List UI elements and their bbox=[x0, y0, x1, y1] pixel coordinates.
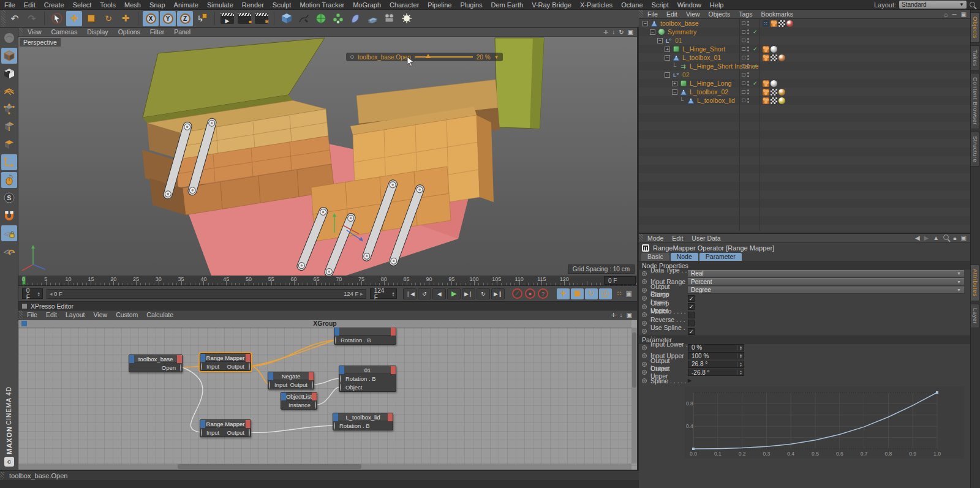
input-port[interactable] bbox=[201, 429, 202, 437]
visibility-toggles[interactable] bbox=[742, 21, 749, 26]
input-port[interactable] bbox=[340, 383, 341, 391]
tree-row-l-toolbox-01[interactable]: − L_toolbox_01 bbox=[639, 53, 970, 62]
visibility-toggles[interactable] bbox=[742, 72, 749, 77]
menu-item-file[interactable]: File bbox=[643, 10, 662, 18]
panel-toggle-icon[interactable]: ▣ bbox=[626, 290, 632, 298]
menu-item-window[interactable]: Window bbox=[673, 1, 706, 9]
hud-slider-knob[interactable] bbox=[426, 54, 431, 58]
tab-basic[interactable]: Basic bbox=[641, 253, 669, 261]
hud-value[interactable]: 20 % bbox=[477, 54, 491, 61]
object-name[interactable]: L_Hinge_Long bbox=[690, 80, 731, 87]
menu-item-plugins[interactable]: Plugins bbox=[456, 1, 486, 9]
menu-item-objects[interactable]: Objects bbox=[704, 10, 735, 18]
viewport-camera-label[interactable]: Perspective bbox=[20, 38, 61, 47]
menu-item-user-data[interactable]: User Data bbox=[687, 235, 725, 242]
keyframe-circle-icon[interactable] bbox=[642, 271, 647, 276]
keyframe-circle-icon[interactable] bbox=[642, 370, 647, 375]
hud-slider-track[interactable] bbox=[415, 56, 473, 58]
visibility-toggles[interactable] bbox=[742, 64, 749, 69]
object-name[interactable]: toolbox_base bbox=[660, 20, 698, 27]
output-port[interactable] bbox=[249, 429, 250, 437]
menu-item-pipeline[interactable]: Pipeline bbox=[423, 1, 456, 9]
render-settings-button[interactable]: ✱ bbox=[254, 11, 270, 26]
redo-button[interactable]: ↷ bbox=[24, 11, 40, 26]
xpresso-vscrollbar[interactable] bbox=[631, 328, 637, 464]
tree-row-l-hinge-short[interactable]: + L_Hinge_Short ✓ bbox=[639, 45, 970, 53]
output-upper-field[interactable]: -26.8 °▲▼ bbox=[688, 369, 744, 376]
tab-node[interactable]: Node bbox=[671, 253, 698, 261]
keyframe-circle-icon[interactable] bbox=[642, 296, 647, 301]
panel-tab-attributes[interactable]: Attributes bbox=[971, 265, 980, 301]
live-selection-tool[interactable] bbox=[49, 11, 65, 26]
texture-mode-button[interactable] bbox=[1, 66, 17, 81]
home-icon[interactable]: ⌂ bbox=[944, 11, 948, 18]
hud-slider[interactable]: toolbox_base.Open 20 % ▼ bbox=[346, 53, 503, 61]
xpresso-grip[interactable] bbox=[18, 310, 23, 319]
input-port[interactable] bbox=[334, 422, 335, 430]
tree-expand-toggle[interactable]: − bbox=[665, 72, 670, 78]
menu-item-motion-tracker[interactable]: Motion Tracker bbox=[295, 1, 349, 9]
visibility-toggles[interactable] bbox=[742, 55, 749, 60]
frame-stepper[interactable]: 0 F▲▼ bbox=[22, 288, 43, 299]
menu-item-render[interactable]: Render bbox=[238, 1, 268, 9]
add-deformer-menu[interactable] bbox=[347, 11, 363, 26]
tree-expand-toggle[interactable]: − bbox=[650, 29, 655, 35]
object-name[interactable]: L_toolbox_02 bbox=[690, 88, 728, 96]
z-axis-lock[interactable]: Z bbox=[177, 11, 193, 26]
node-header[interactable]: toolbox_base bbox=[129, 355, 182, 363]
xpresso-titlebar[interactable]: XPresso Editor bbox=[18, 302, 637, 310]
menu-item-sculpt[interactable]: Sculpt bbox=[268, 1, 296, 9]
menu-item-layout[interactable]: Layout bbox=[61, 311, 89, 318]
menu-item-file[interactable]: File bbox=[0, 1, 20, 9]
viewport-solo-button[interactable] bbox=[1, 172, 17, 188]
menu-item-tags[interactable]: Tags bbox=[734, 10, 756, 18]
object-name[interactable]: 02 bbox=[682, 71, 690, 78]
add-generator-menu[interactable] bbox=[313, 11, 329, 26]
previous-frame-button[interactable]: ◀ bbox=[432, 288, 446, 299]
menu-item-edit[interactable]: Edit bbox=[20, 1, 40, 9]
material-tag-icon[interactable] bbox=[771, 46, 777, 53]
visibility-toggles[interactable] bbox=[742, 98, 749, 103]
panel-toggle-icon[interactable]: ▣ bbox=[961, 235, 967, 242]
menu-item-tools[interactable]: Tools bbox=[96, 1, 120, 9]
undo-button[interactable]: ↶ bbox=[7, 11, 23, 26]
timeline-ruler[interactable]: 0510152025303540455055606570758085909510… bbox=[18, 276, 637, 286]
record-keyframe-button[interactable]: ⟋ bbox=[512, 288, 522, 299]
key-parameter-toggle[interactable]: P bbox=[599, 288, 612, 299]
menu-item-calculate[interactable]: Calculate bbox=[142, 311, 178, 318]
pan-view-icon[interactable]: ✛ bbox=[611, 312, 616, 318]
menu-item-select[interactable]: Select bbox=[69, 1, 96, 9]
output-lower-field[interactable]: 26.8 °▲▼ bbox=[688, 361, 744, 368]
menu-item-character[interactable]: Character bbox=[385, 1, 423, 9]
enabled-check-icon[interactable]: ✓ bbox=[753, 29, 758, 35]
rotate-tool[interactable]: ↻ bbox=[100, 11, 116, 26]
menu-item-create[interactable]: Create bbox=[40, 1, 69, 9]
object-name[interactable]: 01 bbox=[675, 37, 682, 44]
output-port[interactable] bbox=[312, 381, 313, 389]
tree-expand-toggle[interactable]: + bbox=[672, 81, 677, 86]
spline-expander-icon[interactable]: ▶ bbox=[688, 378, 692, 383]
tree-row-l-toolbox-02[interactable]: − L_toolbox_02 bbox=[639, 88, 970, 96]
material-tag-icon[interactable] bbox=[786, 20, 793, 27]
node-rotation-b-top[interactable]: Rotation . B bbox=[334, 327, 396, 345]
panel-tab-structure[interactable]: Structure bbox=[971, 132, 980, 167]
xgroup-header[interactable]: XGroup bbox=[18, 320, 631, 328]
viewport-3d-canvas[interactable]: Perspective toolbox_base.Open 20 % ▼ Gri… bbox=[18, 37, 637, 276]
panel-tab-objects[interactable]: Objects bbox=[971, 12, 980, 43]
input-upper-field[interactable]: 100 %▲▼ bbox=[688, 352, 744, 359]
key-position-toggle[interactable]: ✚ bbox=[557, 288, 570, 299]
uv-tag-icon[interactable] bbox=[771, 89, 777, 96]
menu-item-view[interactable]: View bbox=[682, 10, 704, 18]
node-range-mapper-1[interactable]: Range Mapper InputOutput bbox=[200, 353, 251, 371]
tree-expand-toggle[interactable]: − bbox=[643, 21, 648, 26]
keyframe-circle-icon[interactable] bbox=[642, 288, 647, 293]
polygons-mode-button[interactable] bbox=[1, 137, 17, 152]
toolbar-grip[interactable] bbox=[1, 10, 6, 27]
node-objectlist[interactable]: ObjectList Instance bbox=[281, 392, 317, 410]
layout-select[interactable]: Standard▼ bbox=[899, 1, 967, 9]
keyframe-circle-icon[interactable] bbox=[642, 279, 647, 284]
panel-toggle-icon[interactable]: ▣ bbox=[961, 11, 967, 18]
history-back-icon[interactable]: ◀ bbox=[915, 235, 920, 242]
model-mode-button[interactable] bbox=[1, 48, 17, 64]
section-node-properties[interactable]: Node Properties bbox=[639, 261, 970, 269]
